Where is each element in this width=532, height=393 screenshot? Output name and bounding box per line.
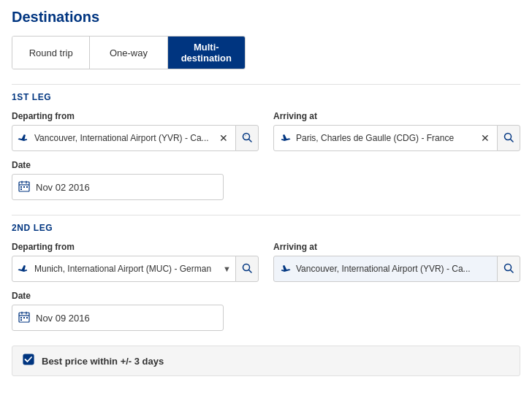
best-price-bar[interactable]: Best price within +/- 3 days (12, 346, 520, 376)
leg-2-fields-row: Departing from Munich, International Air… (12, 242, 520, 282)
leg-2-date-input[interactable]: Nov 09 2016 (12, 305, 224, 331)
calendar-svg-2 (18, 311, 30, 323)
leg-1-arriving-group: Arriving at Paris, Charles de Gaulle (CD… (273, 111, 520, 151)
leg-2-arriving-group: Arriving at Vancouver, International Air… (273, 242, 520, 282)
calendar-icon-1 (18, 180, 30, 194)
search-icon-3 (242, 263, 252, 275)
calendar-icon-2 (18, 311, 30, 325)
leg-1-departing-group: Departing from Vancouver, International … (12, 111, 259, 151)
plane-arrive-svg (278, 131, 292, 142)
leg-2-departing-label: Departing from (12, 242, 259, 252)
leg-2-departing-value: Munich, International Airport (MUC) - Ge… (34, 264, 220, 274)
plane-arrive-icon-2 (278, 262, 292, 275)
plane-depart-icon-2 (17, 262, 30, 275)
svg-rect-10 (23, 186, 25, 188)
plane-svg-4 (278, 262, 292, 272)
best-price-checkbox[interactable] (23, 354, 34, 368)
leg-1-departing-clear[interactable]: ✕ (219, 132, 228, 144)
leg-1-departing-search-btn[interactable] (235, 125, 259, 151)
plane-depart-icon-1 (17, 131, 30, 145)
svg-line-1 (249, 139, 252, 142)
leg-1-departing-value: Vancouver, International Airport (YVR) -… (34, 133, 216, 143)
search-svg (242, 132, 252, 142)
trip-type-tabs: Round trip One-way Multi-destination (12, 36, 246, 69)
tab-round-trip[interactable]: Round trip (12, 37, 90, 69)
search-svg-2 (503, 132, 514, 142)
leg-2-arriving-label: Arriving at (273, 242, 520, 252)
svg-rect-23 (26, 317, 28, 318)
leg-1-arriving-search-btn[interactable] (497, 125, 520, 151)
leg-2-arriving-value: Vancouver, International Airport (YVR) -… (296, 264, 493, 274)
plane-svg-3 (17, 262, 30, 272)
leg-2-section: 2ND LEG Departing from Munich, Internati… (12, 215, 520, 331)
svg-rect-11 (26, 186, 28, 188)
leg-1-label: 1ST LEG (12, 92, 520, 102)
best-price-label: Best price within +/- 3 days (42, 356, 164, 367)
search-svg-4 (503, 263, 514, 273)
leg-2-arriving-input[interactable]: Vancouver, International Airport (YVR) -… (273, 256, 498, 282)
svg-rect-9 (20, 186, 22, 188)
leg-2-departing-input-container: Munich, International Airport (MUC) - Ge… (12, 256, 259, 282)
leg-1-arriving-input-container: Paris, Charles de Gaulle (CDG) - France … (273, 125, 520, 151)
tab-multi-destination[interactable]: Multi-destination (168, 37, 245, 69)
leg-2-arriving-input-container: Vancouver, International Airport (YVR) -… (273, 256, 520, 282)
leg-1-arriving-value: Paris, Charles de Gaulle (CDG) - France (296, 133, 478, 143)
leg-2-date-label: Date (12, 291, 224, 301)
svg-rect-22 (23, 317, 25, 318)
leg-1-fields-row: Departing from Vancouver, International … (12, 111, 520, 151)
calendar-svg (18, 180, 30, 192)
search-icon-4 (503, 263, 514, 275)
search-icon-2 (503, 132, 514, 145)
leg-2-departing-search-btn[interactable] (235, 256, 259, 282)
leg-2-departing-dropdown[interactable]: ▼ (223, 264, 231, 273)
leg-2-departing-group: Departing from Munich, International Air… (12, 242, 259, 282)
svg-rect-24 (20, 319, 22, 321)
leg-2-label: 2ND LEG (12, 223, 520, 233)
plane-arrive-icon-1 (278, 131, 292, 145)
svg-line-14 (249, 270, 252, 272)
leg-1-arriving-label: Arriving at (273, 111, 520, 121)
leg-2-date-group: Date Nov 09 2016 (12, 291, 224, 331)
leg-1-divider (12, 84, 520, 85)
page-title: Destinations (12, 9, 520, 26)
leg-1-departing-input-container: Vancouver, International Airport (YVR) -… (12, 125, 259, 151)
leg-1-section: 1ST LEG Departing from Vancouver, Intern… (12, 84, 520, 200)
leg-1-date-value: Nov 02 2016 (36, 182, 90, 193)
search-svg-3 (242, 263, 252, 273)
leg-2-date-value: Nov 09 2016 (36, 313, 90, 324)
tab-one-way[interactable]: One-way (90, 37, 167, 69)
plane-icon-svg (17, 131, 30, 142)
search-icon-1 (242, 132, 252, 145)
svg-rect-12 (20, 188, 22, 190)
svg-line-4 (511, 139, 514, 142)
leg-1-arriving-input[interactable]: Paris, Charles de Gaulle (CDG) - France … (273, 125, 498, 151)
svg-rect-21 (20, 317, 22, 318)
leg-2-divider (12, 215, 520, 215)
leg-1-date-label: Date (12, 160, 224, 170)
leg-2-departing-input[interactable]: Munich, International Airport (MUC) - Ge… (12, 256, 236, 282)
leg-2-arriving-search-btn[interactable] (497, 256, 520, 282)
leg-1-date-group: Date Nov 02 2016 (12, 160, 224, 200)
leg-1-departing-label: Departing from (12, 111, 259, 121)
checkbox-svg (23, 354, 34, 365)
leg-1-departing-input[interactable]: Vancouver, International Airport (YVR) -… (12, 125, 236, 151)
leg-1-date-input[interactable]: Nov 02 2016 (12, 174, 224, 200)
leg-1-arriving-clear[interactable]: ✕ (481, 132, 490, 144)
svg-line-16 (511, 270, 514, 272)
